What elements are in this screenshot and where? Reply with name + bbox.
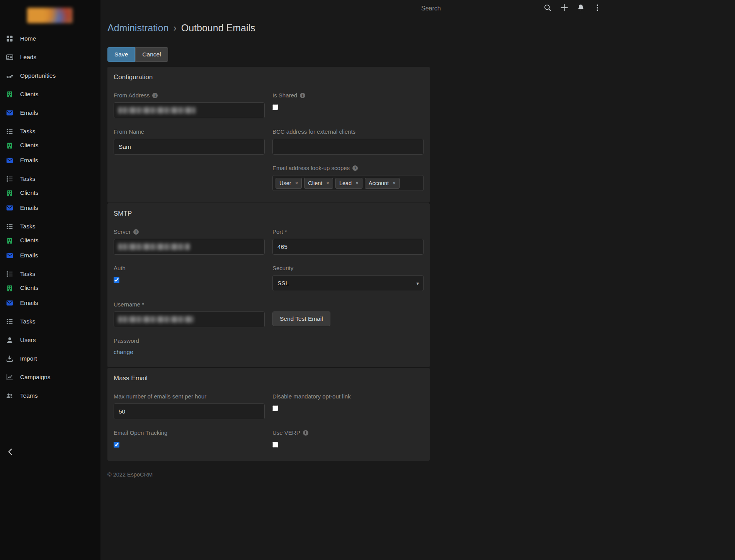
info-icon[interactable]: i [303,430,308,436]
username-input[interactable] [114,311,265,327]
info-icon[interactable]: i [133,229,139,235]
tasks-icon [6,223,14,230]
app-logo[interactable] [0,0,100,29]
panel-title: Configuration [114,73,424,82]
tasks-icon [6,128,14,135]
sidebar-item-tasks[interactable]: Tasks [0,122,100,141]
campaigns-icon [6,373,14,381]
clients-icon [6,189,14,197]
tag-lead: Lead× [335,178,362,189]
sidebar-item-label: Leads [20,54,36,61]
sidebar-item-label: Tasks [20,318,36,325]
from-address-input[interactable] [114,102,265,118]
breadcrumb-separator: › [173,22,176,33]
tag-remove-icon[interactable]: × [295,180,298,186]
tag-label: Client [308,180,322,186]
sidebar-item-home[interactable]: Home [0,29,100,48]
sidebar-item-clients[interactable]: Clients [0,188,100,199]
username-field-cell: Username * [114,301,265,327]
sidebar-item-tasks[interactable]: Tasks [0,170,100,188]
sidebar-item-teams[interactable]: Teams [0,386,100,405]
sidebar-item-tasks[interactable]: Tasks [0,312,100,331]
tag-label: Lead [339,180,352,186]
sidebar-item-leads[interactable]: Leads [0,48,100,66]
configuration-panel: Configuration From Addressi Is Sharedi F… [107,67,430,203]
quick-create-plus-icon[interactable] [560,3,568,12]
sidebar-item-clients[interactable]: Clients [0,141,100,151]
leads-icon [6,53,14,61]
password-field-cell: Password change [114,337,265,356]
home-icon [6,35,14,43]
sidebar-item-clients[interactable]: Clients [0,283,100,294]
sidebar-item-label: Clients [20,284,38,291]
server-field-cell: Serveri [114,228,265,255]
menu-kebab-icon[interactable] [593,3,602,12]
is-shared-checkbox[interactable] [272,104,278,110]
sidebar-item-label: Home [20,35,36,42]
cancel-button[interactable]: Cancel [135,47,168,62]
breadcrumb: Administration›Outbound Emails [107,22,430,34]
auth-label: Auth [114,265,126,272]
tag-remove-icon[interactable]: × [326,180,329,186]
port-input[interactable] [272,239,424,255]
bcc-input[interactable] [272,139,424,155]
logo-image [27,8,73,23]
notifications-bell-icon[interactable] [577,3,585,12]
sidebar-item-users[interactable]: Users [0,331,100,349]
tag-remove-icon[interactable]: × [393,180,396,186]
from-name-field-cell: From Name [114,128,265,155]
sidebar-item-label: Users [20,337,36,344]
disable-optout-checkbox[interactable] [272,405,278,411]
info-icon[interactable]: i [352,165,358,171]
max-per-hour-field-cell: Max number of emails sent per hour [114,393,265,419]
auth-checkbox[interactable] [114,277,119,283]
sidebar-item-clients[interactable]: Clients [0,85,100,104]
lookup-scopes-field-cell: Email address look-up scopesi User× Clie… [272,165,424,191]
breadcrumb-administration-link[interactable]: Administration [107,22,168,33]
sidebar-item-emails[interactable]: Emails [0,104,100,122]
sidebar-item-clients[interactable]: Clients [0,236,100,246]
security-select[interactable]: SSL [272,275,424,291]
info-icon[interactable]: i [152,93,158,98]
copyright-text: © 2022 EspoCRM [107,471,430,478]
emails-icon [6,299,14,307]
sidebar-item-label: Clients [20,91,38,98]
sidebar-item-tasks[interactable]: Tasks [0,265,100,283]
sidebar-item-label: Emails [20,300,38,306]
teams-icon [6,392,14,400]
use-verp-checkbox[interactable] [272,442,278,448]
clients-icon [6,90,14,98]
sidebar-item-campaigns[interactable]: Campaigns [0,368,100,386]
auth-field-cell: Auth [114,265,265,291]
search-input[interactable] [417,3,533,14]
sidebar-item-emails[interactable]: Emails [0,199,100,217]
sidebar-item-emails[interactable]: Emails [0,294,100,312]
server-input[interactable] [114,239,265,255]
chevron-left-icon [6,448,15,456]
save-button[interactable]: Save [107,47,135,62]
search-icon[interactable] [543,3,552,12]
password-change-link[interactable]: change [114,349,133,356]
from-address-label: From Address [114,92,150,99]
send-test-email-button[interactable]: Send Test Email [272,311,330,326]
sidebar-collapse-button[interactable] [6,448,15,456]
tag-remove-icon[interactable]: × [356,180,359,186]
page-title: Outbound Emails [181,22,255,33]
sidebar-item-import[interactable]: Import [0,349,100,368]
smtp-panel: SMTP Serveri Port * Auth [107,203,430,367]
from-name-input[interactable] [114,139,265,155]
sidebar-item-emails[interactable]: Emails [0,151,100,170]
info-icon[interactable]: i [300,93,305,98]
sidebar-item-tasks[interactable]: Tasks [0,217,100,236]
tag-account: Account× [365,178,400,189]
open-tracking-checkbox[interactable] [114,442,119,448]
panel-title: Mass Email [114,374,424,383]
sidebar-item-opportunities[interactable]: Opportunities [0,66,100,85]
max-per-hour-input[interactable] [114,403,265,419]
lookup-scopes-tags-input[interactable]: User× Client× Lead× Account× [272,175,424,191]
sidebar-item-label: Tasks [20,271,36,277]
clients-icon [6,284,14,292]
sidebar-item-emails[interactable]: Emails [0,246,100,265]
port-label: Port * [272,228,287,235]
sidebar-item-label: Tasks [20,223,36,230]
